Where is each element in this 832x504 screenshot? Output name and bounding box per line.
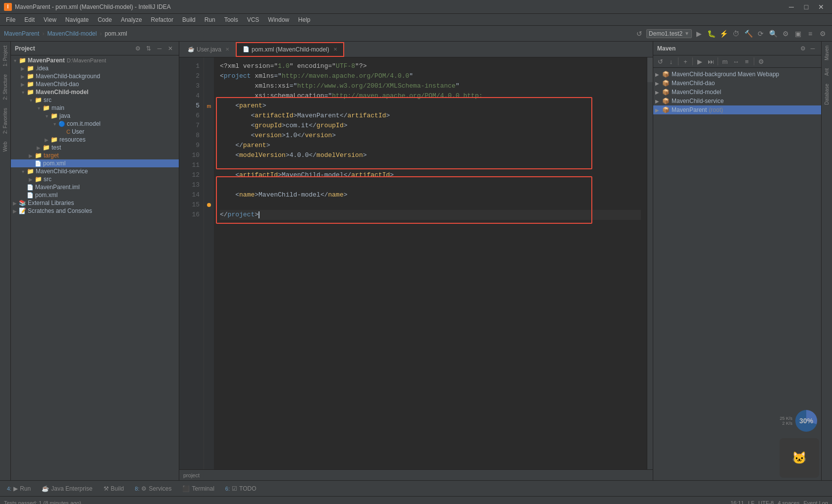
- sync-icon[interactable]: ⟳: [755, 28, 766, 39]
- tree-item-java[interactable]: ▾ 📁 java: [11, 112, 179, 120]
- menu-view[interactable]: View: [40, 15, 60, 24]
- run-config-select[interactable]: Demo1.test2 ▼: [646, 29, 692, 38]
- encoding[interactable]: UTF-8: [758, 500, 774, 504]
- run-button[interactable]: ▶: [693, 28, 704, 39]
- bottom-tab-todo[interactable]: 6: ☑ TODO: [220, 481, 261, 496]
- maven-list-btn[interactable]: ≡: [742, 56, 752, 66]
- tree-item-service-src[interactable]: ▶ 📁 src: [11, 175, 179, 183]
- config-icon[interactable]: ⚙: [817, 28, 828, 39]
- code-content[interactable]: <?xml version="1.0" encoding="UTF-8"?> <…: [214, 57, 647, 469]
- minimize-button[interactable]: ─: [784, 2, 798, 12]
- refresh-icon[interactable]: ↺: [634, 28, 645, 39]
- strip-web-label[interactable]: Web: [2, 138, 8, 155]
- menu-vcs[interactable]: VCS: [243, 15, 263, 24]
- maven-item-background[interactable]: ▶ 📦 MavenChild-background Maven Webapp: [653, 70, 821, 79]
- menu-run[interactable]: Run: [201, 15, 219, 24]
- bottom-tab-java-enterprise[interactable]: ☕ Java Enterprise: [37, 481, 97, 496]
- strip-structure-label[interactable]: 2: Structure: [2, 70, 8, 104]
- cursor-position[interactable]: 16:11: [730, 500, 744, 504]
- settings-icon[interactable]: ⚙: [780, 28, 791, 39]
- profile-icon[interactable]: ⏱: [730, 28, 741, 39]
- line-ending[interactable]: LF: [748, 500, 754, 504]
- menu-analyze[interactable]: Analyze: [117, 15, 146, 24]
- bc-pomxml[interactable]: pom.xml: [104, 30, 127, 37]
- strip-maven-label[interactable]: Maven: [824, 42, 830, 64]
- close-button[interactable]: ✕: [814, 2, 828, 12]
- tab-pom-xml-close[interactable]: ✕: [333, 47, 337, 52]
- line-numbers: 1 2 3 4 5 6 7 8 9 10 11 12 13 14 15 16: [179, 57, 204, 469]
- coverage-icon[interactable]: ⚡: [718, 28, 729, 39]
- maven-settings-btn[interactable]: ⚙: [756, 56, 766, 66]
- tree-item-iml[interactable]: ▶ 📄 MavenParent.iml: [11, 183, 179, 191]
- tab-pom-xml[interactable]: 📄 pom.xml (MavenChild-model) ✕: [236, 42, 344, 57]
- menu-tools[interactable]: Tools: [220, 15, 242, 24]
- menu-edit[interactable]: Edit: [20, 15, 39, 24]
- maven-item-dao[interactable]: ▶ 📦 MavenChild-dao: [653, 79, 821, 88]
- test-status[interactable]: Tests passed: 1 (8 minutes ago): [4, 500, 81, 504]
- tree-item-target[interactable]: ▶ 📁 target: [11, 151, 179, 159]
- tree-item-idea[interactable]: ▶ 📁 .idea: [11, 64, 179, 72]
- tree-item-service[interactable]: ▾ 📁 MavenChild-service: [11, 167, 179, 175]
- list-icon[interactable]: ≡: [805, 28, 816, 39]
- maven-refresh-btn[interactable]: ↺: [655, 56, 665, 66]
- bc-mavenparent[interactable]: MavenParent: [4, 30, 39, 37]
- project-expand-icon[interactable]: ─: [155, 44, 164, 53]
- tree-item-model[interactable]: ▾ 📁 MavenChild-model: [11, 88, 179, 96]
- tree-item-scratches[interactable]: ▶ 📝 Scratches and Consoles: [11, 207, 179, 215]
- project-settings-icon[interactable]: ⚙: [133, 44, 142, 53]
- maven-skip-btn[interactable]: ⏭: [706, 56, 716, 66]
- bottom-tab-run[interactable]: 4: ▶ Run: [2, 481, 36, 496]
- tree-item-mavenparent[interactable]: ▾ 📁 MavenParent D:\MavenParent: [11, 56, 179, 64]
- build-icon[interactable]: 🔨: [743, 28, 754, 39]
- maximize-button[interactable]: □: [799, 2, 813, 12]
- debug-icon[interactable]: 🐛: [706, 28, 717, 39]
- maven-expand-btn[interactable]: ↔: [731, 56, 741, 66]
- maven-item-service[interactable]: ▶ 📦 MavenChild-service: [653, 97, 821, 105]
- tree-item-package[interactable]: ▾ 🔵 com.it.model: [11, 120, 179, 128]
- maven-run-btn[interactable]: ▶: [695, 56, 705, 66]
- maven-close-icon[interactable]: ─: [808, 44, 817, 53]
- layout-icon[interactable]: ▣: [792, 28, 803, 39]
- maven-item-model[interactable]: ▶ 📦 MavenChild-model: [653, 88, 821, 97]
- menu-file[interactable]: File: [2, 15, 19, 24]
- menu-code[interactable]: Code: [94, 15, 116, 24]
- search-icon[interactable]: 🔍: [768, 28, 779, 39]
- tree-item-dao[interactable]: ▶ 📁 MavenChild-dao: [11, 80, 179, 88]
- project-close-icon[interactable]: ✕: [166, 44, 175, 53]
- window-controls[interactable]: ─ □ ✕: [784, 2, 828, 12]
- strip-ant-label[interactable]: Ant: [824, 64, 830, 80]
- strip-favorites-label[interactable]: 2: Favorites: [2, 104, 8, 138]
- gutter-10: [204, 151, 214, 160]
- tree-item-src[interactable]: ▾ 📁 src: [11, 96, 179, 104]
- bottom-tab-services[interactable]: 8: ⚙ Services: [130, 481, 176, 496]
- menu-build[interactable]: Build: [178, 15, 200, 24]
- tree-item-pom-model[interactable]: ▶ 📄 pom.xml: [11, 159, 179, 167]
- strip-project-label[interactable]: 1: Project: [2, 42, 8, 70]
- tab-user-java[interactable]: ☕ User.java ✕: [181, 42, 236, 57]
- bottom-tab-build[interactable]: ⚒ Build: [99, 481, 129, 496]
- tab-user-java-close[interactable]: ✕: [225, 47, 229, 52]
- bottom-tab-terminal[interactable]: ⬛ Terminal: [177, 481, 219, 496]
- menu-help[interactable]: Help: [294, 15, 314, 24]
- editor-scrollbar[interactable]: [647, 57, 653, 469]
- tree-item-main[interactable]: ▾ 📁 main: [11, 104, 179, 112]
- menu-navigate[interactable]: Navigate: [61, 15, 93, 24]
- tree-item-test[interactable]: ▶ 📁 test: [11, 144, 179, 151]
- tree-item-background[interactable]: ▶ 📁 MavenChild-background: [11, 72, 179, 80]
- tree-item-resources[interactable]: ▶ 📁 resources: [11, 136, 179, 144]
- maven-item-parent[interactable]: ▶ 📦 MavenParent (root): [653, 105, 821, 114]
- strip-database-label[interactable]: Database: [824, 80, 830, 109]
- maven-download-btn[interactable]: ↓: [666, 56, 676, 66]
- tree-item-ext-libs[interactable]: ▶ 📚 External Libraries: [11, 199, 179, 207]
- project-sync-icon[interactable]: ⇅: [144, 44, 153, 53]
- bc-mavenchild[interactable]: MavenChild-model: [47, 30, 97, 37]
- indent-info[interactable]: 4 spaces: [778, 500, 799, 504]
- tree-item-user[interactable]: ▶ C User: [11, 128, 179, 136]
- maven-settings-icon[interactable]: ⚙: [798, 44, 807, 53]
- menu-refactor[interactable]: Refactor: [147, 15, 177, 24]
- menu-window[interactable]: Window: [264, 15, 293, 24]
- tree-item-pom-root[interactable]: ▶ 📄 pom.xml: [11, 191, 179, 199]
- maven-m-btn[interactable]: m: [720, 56, 730, 66]
- maven-add-btn[interactable]: +: [680, 56, 690, 66]
- event-log-button[interactable]: Event Log: [803, 500, 828, 504]
